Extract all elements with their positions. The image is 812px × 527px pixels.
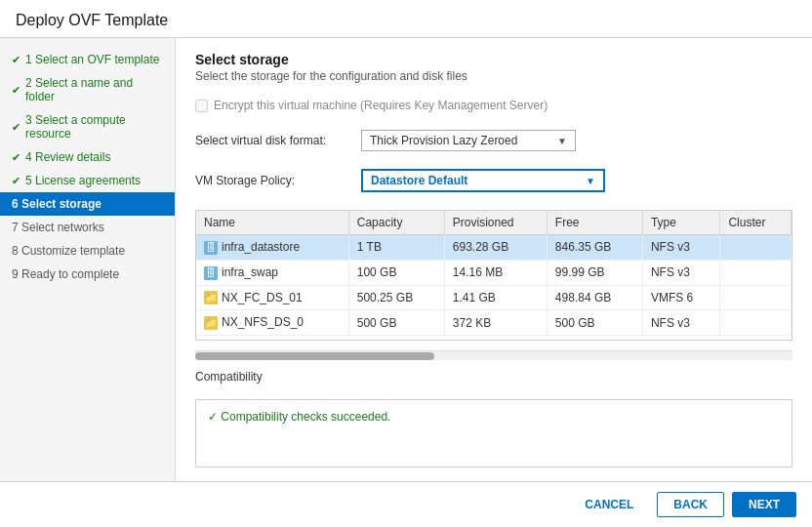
col-provisioned: Provisioned xyxy=(444,211,547,235)
disk-format-label: Select virtual disk format: xyxy=(195,134,351,147)
cell-provisioned: 372 KB xyxy=(444,310,547,336)
check-icon: ✔ xyxy=(12,151,20,164)
check-icon: ✔ xyxy=(12,175,20,187)
cell-name: 📁NX_FC_DS_01 xyxy=(196,285,348,310)
vm-storage-row: VM Storage Policy: Datastore Default ▼ xyxy=(195,169,792,192)
cancel-button[interactable]: CANCEL xyxy=(569,493,649,516)
cell-cluster xyxy=(720,235,792,261)
table-header-row: Name Capacity Provisioned Free Type Clus… xyxy=(196,211,792,235)
cell-name: 🗄infra_swap xyxy=(196,260,348,285)
next-button[interactable]: NEXT xyxy=(732,492,796,517)
cell-provisioned: 14.16 MB xyxy=(444,260,547,285)
encrypt-label: Encrypt this virtual machine (Requires K… xyxy=(214,99,548,112)
datastore-icon: 🗄 xyxy=(204,241,218,255)
col-free: Free xyxy=(547,211,642,235)
disk-format-row: Select virtual disk format: Thick Provis… xyxy=(195,130,792,151)
check-icon: ✔ xyxy=(12,121,20,134)
cell-name: 📁NX_NFS_DS_0 xyxy=(196,310,348,336)
compatibility-message: ✓ Compatibility checks succeeded. xyxy=(208,410,780,424)
vm-storage-label: VM Storage Policy: xyxy=(195,174,351,187)
table-row[interactable]: 🗄infra_datastore 1 TB 693.28 GB 846.35 G… xyxy=(196,235,792,261)
datastore-table-container: Name Capacity Provisioned Free Type Clus… xyxy=(195,210,792,341)
content-subtitle: Select the storage for the configuration… xyxy=(195,69,792,83)
cell-free: 846.35 GB xyxy=(547,235,642,261)
disk-format-chevron-icon: ▼ xyxy=(557,136,567,146)
table-row[interactable]: 📁NX_FC_DS_01 500.25 GB 1.41 GB 498.84 GB… xyxy=(196,285,792,310)
cell-cluster xyxy=(720,260,792,285)
col-type: Type xyxy=(642,211,720,235)
content-title: Select storage xyxy=(195,52,792,67)
cell-type: NFS v3 xyxy=(642,235,720,261)
cell-type: VMFS 6 xyxy=(642,285,720,310)
vm-storage-select[interactable]: Datastore Default ▼ xyxy=(361,169,605,192)
cell-type: NFS v3 xyxy=(642,310,720,336)
folder-icon: 📁 xyxy=(204,316,218,330)
cell-capacity: 500 GB xyxy=(348,310,444,336)
sidebar-item-step8[interactable]: 8 Customize template xyxy=(0,239,175,263)
col-capacity: Capacity xyxy=(348,211,444,235)
dialog-footer: CANCEL BACK NEXT xyxy=(0,481,812,527)
dialog-title: Deploy OVF Template xyxy=(16,12,796,29)
cell-provisioned: 1.41 GB xyxy=(444,285,547,310)
cell-free: 498.84 GB xyxy=(547,285,642,310)
sidebar-item-step4[interactable]: ✔4 Review details xyxy=(0,145,175,169)
main-content: Select storage Select the storage for th… xyxy=(176,38,812,481)
sidebar-item-step3[interactable]: ✔3 Select a compute resource xyxy=(0,108,175,145)
vm-storage-chevron-icon: ▼ xyxy=(586,176,595,186)
col-name: Name xyxy=(196,211,348,235)
datastore-table: Name Capacity Provisioned Free Type Clus… xyxy=(196,211,792,336)
cell-cluster xyxy=(720,310,792,336)
sidebar-item-step6: 6 Select storage xyxy=(0,192,175,216)
encrypt-row: Encrypt this virtual machine (Requires K… xyxy=(195,99,792,112)
cell-capacity: 500.25 GB xyxy=(348,285,444,310)
cell-capacity: 1 TB xyxy=(348,235,444,261)
sidebar-item-step1[interactable]: ✔1 Select an OVF template xyxy=(0,48,175,71)
disk-format-value: Thick Provision Lazy Zeroed xyxy=(370,134,517,147)
cell-name: 🗄infra_datastore xyxy=(196,235,348,261)
sidebar-item-step9[interactable]: 9 Ready to complete xyxy=(0,263,175,286)
compatibility-section: ✓ Compatibility checks succeeded. xyxy=(195,399,792,467)
cell-cluster xyxy=(720,285,792,310)
compatibility-label: Compatibility xyxy=(195,370,792,384)
cell-free: 99.99 GB xyxy=(547,260,642,285)
encrypt-checkbox[interactable] xyxy=(195,100,208,112)
dialog-header: Deploy OVF Template xyxy=(0,0,812,38)
sidebar-item-step7[interactable]: 7 Select networks xyxy=(0,216,175,239)
cell-provisioned: 693.28 GB xyxy=(444,235,547,261)
table-row[interactable]: 📁NX_NFS_DS_0 500 GB 372 KB 500 GB NFS v3 xyxy=(196,310,792,336)
folder-icon: 📁 xyxy=(204,291,218,304)
cell-capacity: 100 GB xyxy=(348,260,444,285)
sidebar-item-step5[interactable]: ✔5 License agreements xyxy=(0,169,175,192)
table-row[interactable]: 🗄infra_swap 100 GB 14.16 MB 99.99 GB NFS… xyxy=(196,260,792,285)
sidebar: ✔1 Select an OVF template✔2 Select a nam… xyxy=(0,38,176,481)
cell-type: NFS v3 xyxy=(642,260,720,285)
check-icon: ✔ xyxy=(12,54,20,66)
datastore-icon: 🗄 xyxy=(204,266,218,280)
col-cluster: Cluster xyxy=(720,211,792,235)
check-icon: ✔ xyxy=(12,84,20,97)
disk-format-select[interactable]: Thick Provision Lazy Zeroed ▼ xyxy=(361,130,576,151)
back-button[interactable]: BACK xyxy=(657,492,724,517)
sidebar-item-step2[interactable]: ✔2 Select a name and folder xyxy=(0,71,175,108)
table-scrollbar[interactable] xyxy=(195,350,792,360)
cell-free: 500 GB xyxy=(547,310,642,336)
vm-storage-value: Datastore Default xyxy=(371,174,467,187)
